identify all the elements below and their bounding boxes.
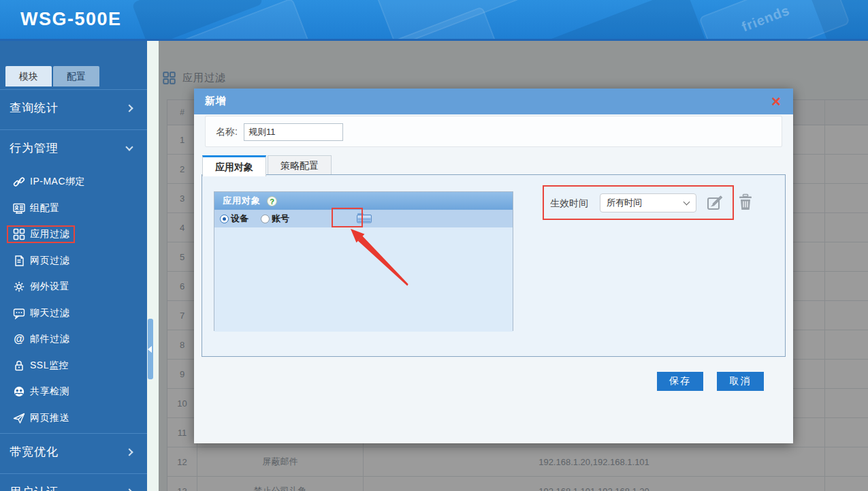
sidebar-section-bandwidth[interactable]: 带宽优化 xyxy=(0,433,147,470)
share-detection-icon xyxy=(13,385,25,398)
sidebar-tab-strip: 模块 配置 xyxy=(5,66,99,86)
panel-title: 应用对象 xyxy=(223,195,261,207)
help-icon[interactable]: ? xyxy=(267,196,277,206)
sidebar-item-share-detection[interactable]: 共享检测 xyxy=(0,379,147,405)
tab-application-object[interactable]: 应用对象 xyxy=(202,155,266,176)
dialog-tab-strip: 应用对象 策略配置 xyxy=(202,155,333,176)
gear-icon xyxy=(13,281,25,293)
radio-device[interactable]: 设备 xyxy=(220,212,248,225)
sidebar-item-label: 应用过滤 xyxy=(30,228,69,240)
sidebar-item-mail-filter[interactable]: @ 邮件过滤 xyxy=(0,326,147,353)
lock-icon xyxy=(13,360,25,372)
dialog-title: 新增 xyxy=(205,95,227,108)
panel-header: 应用对象 ? xyxy=(214,192,513,210)
sidebar-item-label: 邮件过滤 xyxy=(30,333,69,345)
app-root: friends WSG-500E 模块 配置 查询统计 行为管理 IP-M xyxy=(0,0,868,491)
id-card-icon xyxy=(13,202,25,215)
sidebar-item-ip-mac-binding[interactable]: IP-MAC绑定 xyxy=(0,169,147,195)
at-icon: @ xyxy=(13,333,25,345)
sidebar-item-label: SSL监控 xyxy=(30,360,69,372)
application-object-panel: 应用对象 ? 设备 账号 xyxy=(214,191,513,331)
trash-icon[interactable] xyxy=(738,193,753,214)
sidebar-item-chat-filter[interactable]: 聊天过滤 xyxy=(0,300,147,327)
sidebar-item-label: 共享检测 xyxy=(30,385,69,398)
sidebar-item-group-config[interactable]: 组配置 xyxy=(0,195,147,222)
sidebar-tab-modules[interactable]: 模块 xyxy=(5,66,52,86)
sidebar-gutter xyxy=(147,41,159,491)
section-label: 行为管理 xyxy=(10,140,59,156)
sidebar-item-label: 网页过滤 xyxy=(30,255,69,267)
section-label: 查询统计 xyxy=(10,100,59,116)
sidebar-item-label: 网页推送 xyxy=(30,412,69,424)
radio-account[interactable]: 账号 xyxy=(261,212,289,225)
chevron-right-icon xyxy=(125,104,133,112)
chevron-down-icon xyxy=(684,199,690,206)
grid-icon xyxy=(13,228,25,240)
sidebar-item-label: IP-MAC绑定 xyxy=(30,176,85,188)
section-label: 用户认证 xyxy=(10,484,59,491)
chevron-right-icon xyxy=(125,448,133,456)
top-header: friends WSG-500E xyxy=(0,0,868,41)
sidebar-item-exception-settings[interactable]: 例外设置 xyxy=(0,274,147,300)
sidebar-collapse-handle[interactable] xyxy=(148,319,153,379)
effective-time-label: 生效时间 xyxy=(550,197,588,210)
sidebar-section-user-auth[interactable]: 用户认证 xyxy=(0,473,147,491)
sidebar-item-web-filter[interactable]: 网页过滤 xyxy=(0,248,147,274)
name-field-group: 名称: xyxy=(205,116,782,147)
sidebar-item-label: 聊天过滤 xyxy=(30,307,69,319)
cancel-button[interactable]: 取消 xyxy=(717,372,764,391)
sidebar-item-app-filter[interactable]: 应用过滤 xyxy=(0,221,147,248)
keyboard-key-decoration xyxy=(545,0,707,41)
name-field-label: 名称: xyxy=(216,126,238,138)
link-icon xyxy=(13,176,25,188)
radio-dot xyxy=(220,215,229,223)
radio-label: 账号 xyxy=(272,212,289,225)
sidebar-submenu: IP-MAC绑定 组配置 应用过滤 xyxy=(0,169,147,431)
dialog-header: 新增 × xyxy=(194,89,793,114)
sidebar-item-web-push[interactable]: 网页推送 xyxy=(0,405,147,432)
sidebar-item-label: 组配置 xyxy=(30,202,60,215)
save-button[interactable]: 保存 xyxy=(657,372,703,391)
chevron-right-icon xyxy=(125,488,133,491)
radio-dot xyxy=(261,215,270,223)
sidebar-item-label: 例外设置 xyxy=(30,281,69,293)
send-icon xyxy=(13,412,25,424)
new-rule-dialog: 新增 × 名称: 应用对象 策略配置 应用对象 ? 设备 xyxy=(194,89,793,443)
sidebar: 模块 配置 查询统计 行为管理 IP-MAC绑定 xyxy=(0,41,147,491)
folder-browse-icon[interactable] xyxy=(356,212,372,227)
chat-bubble-icon xyxy=(13,307,25,319)
rule-name-input[interactable] xyxy=(244,123,343,141)
sidebar-section-query-stats[interactable]: 查询统计 xyxy=(0,89,147,126)
radio-label: 设备 xyxy=(231,212,248,225)
page-icon xyxy=(13,255,25,267)
sidebar-item-ssl-monitor[interactable]: SSL监控 xyxy=(0,353,147,379)
chevron-down-icon xyxy=(125,143,133,151)
section-label: 带宽优化 xyxy=(10,444,59,460)
sidebar-tab-config[interactable]: 配置 xyxy=(53,66,99,86)
sidebar-section-behavior-mgmt[interactable]: 行为管理 xyxy=(0,129,147,166)
effective-time-select[interactable]: 所有时间 xyxy=(600,193,696,212)
close-icon[interactable]: × xyxy=(771,92,781,111)
tab-policy-config[interactable]: 策略配置 xyxy=(268,155,332,176)
edit-time-icon[interactable] xyxy=(706,194,724,215)
brand-title: WSG-500E xyxy=(20,9,122,30)
object-list-area[interactable] xyxy=(214,227,513,332)
selected-option: 所有时间 xyxy=(607,197,642,208)
